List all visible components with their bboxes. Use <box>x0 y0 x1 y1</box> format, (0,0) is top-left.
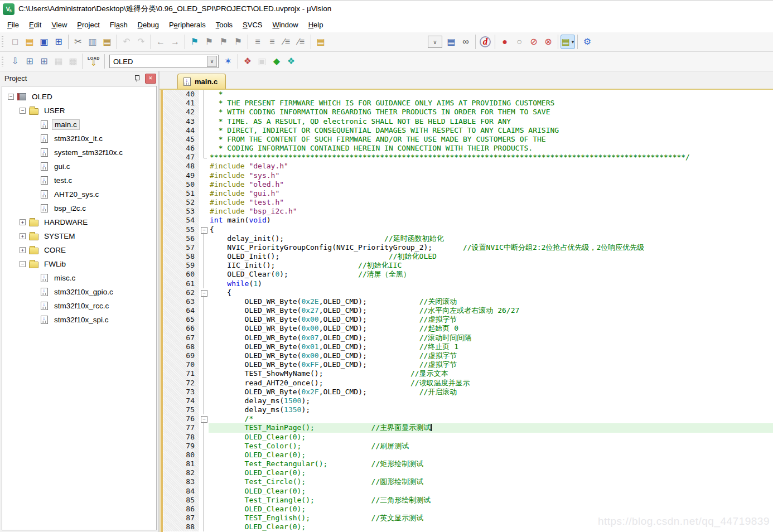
code-line-45[interactable]: 45 * FROM THE CONTENT OF SUCH FIRMWARE A… <box>163 135 773 144</box>
code-line-49[interactable]: 49#include "sys.h" <box>163 171 773 180</box>
menu-flash[interactable]: Flash <box>105 18 133 31</box>
menu-peripherals[interactable]: Peripherals <box>164 18 211 31</box>
code-line-71[interactable]: 71 TEST_ShowMyName(); //显示文本 <box>163 369 773 378</box>
tree-item-bsp-i2c-c[interactable]: bsp_i2c.c <box>2 201 156 215</box>
code-line-42[interactable]: 42 * WITH CODING INFORMATION REGARDING T… <box>163 108 773 117</box>
kill-all-breakpoints-button[interactable]: ⊗ <box>541 35 555 49</box>
indent-button[interactable]: ≡ <box>250 35 265 49</box>
manage-project-items-button[interactable]: ❖ <box>240 54 255 69</box>
next-bookmark-button[interactable]: ⚑ <box>216 35 231 49</box>
find-in-files-doc-button[interactable]: ▤ <box>444 35 458 49</box>
tree-item-user[interactable]: −USER <box>2 104 156 118</box>
code-line-76[interactable]: 76 /* <box>163 414 773 423</box>
tree-item-system[interactable]: +SYSTEM <box>2 229 156 243</box>
expand-icon[interactable]: + <box>20 247 26 253</box>
enable-disable-breakpoint-button[interactable]: ○ <box>512 35 526 49</box>
menu-view[interactable]: View <box>46 18 72 31</box>
target-select[interactable]: OLED∨ <box>109 55 219 68</box>
code-line-64[interactable]: 64 OLED_WR_Byte(0x27,OLED_CMD); //水平向左或者… <box>163 306 773 315</box>
navigate-forward-button[interactable]: → <box>168 35 182 49</box>
code-line-41[interactable]: 41 * THE PRESENT FIRMWARE WHICH IS FOR G… <box>163 99 773 108</box>
tree-item-system-stm32f10x-c[interactable]: system_stm32f10x.c <box>2 146 156 159</box>
code-line-52[interactable]: 52#include "test.h" <box>163 198 773 207</box>
code-line-84[interactable]: 84 OLED_Clear(0); <box>163 487 773 496</box>
menu-project[interactable]: Project <box>72 18 104 31</box>
tab-main-c[interactable]: main.c <box>177 74 226 89</box>
undo-button[interactable]: ↶ <box>119 35 134 49</box>
code-line-50[interactable]: 50#include "oled.h" <box>163 180 773 189</box>
insert-breakpoint-button[interactable]: ● <box>497 35 512 49</box>
fold-collapse-icon[interactable] <box>199 414 209 423</box>
code-line-51[interactable]: 51#include "gui.h" <box>163 189 773 198</box>
tree-item-core[interactable]: +CORE <box>2 243 156 257</box>
code-line-57[interactable]: 57 NVIC_PriorityGroupConfig(NVIC_Priorit… <box>163 243 773 252</box>
expand-icon[interactable]: + <box>20 219 26 225</box>
tree-item-misc-c[interactable]: misc.c <box>2 271 156 285</box>
open-folder-button[interactable]: ▤ <box>22 35 37 49</box>
code-line-82[interactable]: 82 OLED_Clear(0); <box>163 468 773 477</box>
code-line-81[interactable]: 81 Test_Rectangular(); //矩形绘制测试 <box>163 460 773 468</box>
code-line-62[interactable]: 62 { <box>163 288 773 297</box>
code-line-60[interactable]: 60 OLED_Clear(0); //清屏（全黑） <box>163 270 773 279</box>
fold-collapse-icon[interactable] <box>199 288 209 297</box>
tree-item-stm32f10x-it-c[interactable]: stm32f10x_it.c <box>2 132 156 146</box>
stop-build-button[interactable]: ▩ <box>66 54 80 69</box>
fold-collapse-icon[interactable] <box>199 225 209 234</box>
code-line-48[interactable]: 48#include "delay.h" <box>163 162 773 171</box>
code-line-56[interactable]: 56 delay_init(); //延时函数初始化 <box>163 234 773 243</box>
options-for-target-button[interactable]: ✶ <box>221 54 235 69</box>
code-line-55[interactable]: 55{ <box>163 225 773 234</box>
collapse-icon[interactable]: − <box>8 94 14 100</box>
chevron-down-icon[interactable]: ∨ <box>207 56 217 67</box>
menu-file[interactable]: File <box>2 18 24 31</box>
tree-item-oled[interactable]: −OLED <box>2 90 156 104</box>
menu-debug[interactable]: Debug <box>133 18 164 31</box>
code-line-59[interactable]: 59 IIC_Init(); //初始化IIC <box>163 261 773 270</box>
code-line-78[interactable]: 78 OLED_Clear(0); <box>163 433 773 442</box>
code-line-63[interactable]: 63 OLED_WR_Byte(0x2E,OLED_CMD); //关闭滚动 <box>163 297 773 306</box>
batch-build-button[interactable]: ▦ <box>51 54 66 69</box>
close-panel-button[interactable]: × <box>145 74 156 84</box>
menu-edit[interactable]: Edit <box>24 18 46 31</box>
code-line-69[interactable]: 69 OLED_WR_Byte(0x00,OLED_CMD); //虚拟字节 <box>163 351 773 360</box>
new-file-button[interactable]: □ <box>8 35 22 49</box>
code-line-53[interactable]: 53#include "bsp_i2c.h" <box>163 207 773 216</box>
code-line-44[interactable]: 44 * DIRECT, INDIRECT OR CONSEQUENTIAL D… <box>163 126 773 135</box>
download-flash-button[interactable]: LOAD⇓ <box>85 54 102 69</box>
toggle-bookmark-button[interactable]: ⚑ <box>187 35 202 49</box>
code-line-40[interactable]: 40 * <box>163 90 773 99</box>
save-file-button[interactable]: ▣ <box>37 35 51 49</box>
paste-button[interactable]: ▤ <box>100 35 114 49</box>
code-line-83[interactable]: 83 Test_Circle(); //圆形绘制测试 <box>163 477 773 486</box>
tree-item-stm32f10x-gpio-c[interactable]: stm32f10x_gpio.c <box>2 285 156 299</box>
code-line-58[interactable]: 58 OLED_Init(); //初始化OLED <box>163 252 773 261</box>
search-text-combo-dropdown[interactable]: ∨ <box>428 36 442 48</box>
code-line-70[interactable]: 70 OLED_WR_Byte(0xFF,OLED_CMD); //虚拟字节 <box>163 360 773 369</box>
navigate-back-button[interactable]: ← <box>153 35 168 49</box>
clear-bookmarks-button[interactable]: ⚑ <box>231 35 245 49</box>
pin-button[interactable] <box>132 74 142 84</box>
tree-item-gui-c[interactable]: gui.c <box>2 159 156 173</box>
chevron-down-icon[interactable]: ▾ <box>572 39 574 45</box>
tree-item-hardware[interactable]: +HARDWARE <box>2 215 156 229</box>
code-line-61[interactable]: 61 while(1) <box>163 279 773 288</box>
rebuild-all-button[interactable]: ⊞ <box>37 54 51 69</box>
code-line-80[interactable]: 80 OLED_Clear(0); <box>163 451 773 460</box>
build-button[interactable]: ⊞ <box>22 54 37 69</box>
code-line-65[interactable]: 65 OLED_WR_Byte(0x00,OLED_CMD); //虚拟字节 <box>163 315 773 324</box>
expand-icon[interactable]: + <box>20 233 26 239</box>
menu-svcs[interactable]: SVCS <box>238 18 267 31</box>
menu-help[interactable]: Help <box>303 18 328 31</box>
tree-item-stm32f10x-rcc-c[interactable]: stm32f10x_rcc.c <box>2 299 156 313</box>
save-all-button[interactable]: ⊞ <box>51 35 66 49</box>
code-line-72[interactable]: 72 read_AHT20_once(); //读取温度并显示 <box>163 379 773 388</box>
code-line-77[interactable]: 77 TEST_MainPage(); //主界面显示测试 <box>163 423 773 432</box>
tree-item-main-c[interactable]: main.c <box>2 118 156 132</box>
code-line-46[interactable]: 46 * CODING INFORMATION CONTAINED HEREIN… <box>163 144 773 153</box>
code-line-86[interactable]: 86 OLED_Clear(0); <box>163 505 773 514</box>
code-line-43[interactable]: 43 * TIME. AS A RESULT, QD electronic SH… <box>163 117 773 126</box>
tree-item-fwlib[interactable]: −FWLib <box>2 257 156 271</box>
uncomment-selection-button[interactable]: ∕≡ <box>294 35 308 49</box>
copy-button[interactable]: ▥ <box>85 35 100 49</box>
collapse-icon[interactable]: − <box>20 261 26 267</box>
